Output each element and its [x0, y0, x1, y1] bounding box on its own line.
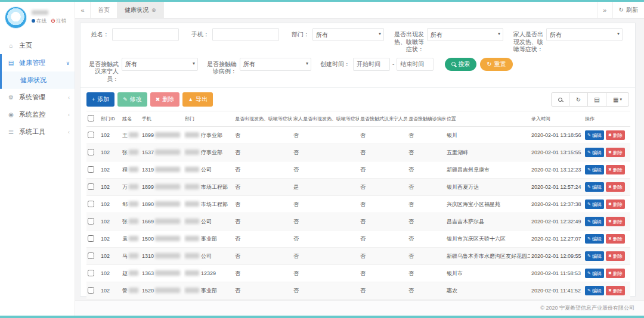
- cell-entry-time: 2020-02-01 11:41:52: [530, 282, 584, 300]
- tools-icon: ☰: [7, 129, 15, 135]
- cell-name: 邹: [121, 196, 141, 213]
- logout-link[interactable]: 注销: [51, 18, 66, 25]
- row-checkbox[interactable]: [88, 201, 94, 207]
- table-view-controls: ↻ ▤ ▦▾: [551, 92, 629, 107]
- redacted-text: [129, 132, 138, 138]
- cell-name: 马: [121, 248, 141, 265]
- select-all-checkbox[interactable]: [88, 115, 94, 121]
- table-toggle-view-button[interactable]: ▤: [588, 92, 606, 107]
- delete-row-button[interactable]: ✖删除: [606, 286, 625, 295]
- row-checkbox[interactable]: [88, 149, 94, 155]
- symptom-filter-select[interactable]: 所有: [427, 28, 503, 41]
- delete-row-button[interactable]: ✖删除: [606, 269, 625, 278]
- delete-button[interactable]: ✖删除: [150, 92, 180, 107]
- edit-row-button[interactable]: ✎编辑: [585, 251, 604, 261]
- modify-button[interactable]: ✎修改: [117, 92, 147, 107]
- sidebar-item-health-status[interactable]: 健康状况: [2, 71, 75, 89]
- tabs-scroll-left-button[interactable]: «: [75, 2, 91, 18]
- sidebar-item-system-tools[interactable]: ☰ 系统工具 ‹: [0, 123, 75, 141]
- edit-row-button[interactable]: ✎编辑: [585, 199, 604, 209]
- edit-icon: ✎: [587, 167, 591, 172]
- chevron-left-icon: ‹: [68, 129, 70, 135]
- delete-row-button[interactable]: ✖删除: [606, 148, 625, 157]
- redacted-text: [155, 184, 180, 189]
- cell-name: 张: [121, 144, 141, 161]
- edit-row-button[interactable]: ✎编辑: [585, 234, 604, 244]
- reset-button[interactable]: ↻ 重置: [480, 58, 512, 71]
- delete-row-button[interactable]: ✖删除: [606, 130, 625, 140]
- table-columns-button[interactable]: ▦▾: [606, 92, 629, 107]
- cross-icon: ✖: [608, 236, 612, 241]
- chevron-down-icon: ∨: [66, 60, 70, 66]
- wuhan-contact-filter-select[interactable]: 所有: [122, 58, 198, 71]
- sidebar-item-system-management[interactable]: ⚙ 系统管理 ‹: [0, 89, 75, 106]
- row-checkbox[interactable]: [88, 235, 94, 242]
- name-filter-input[interactable]: [112, 28, 179, 41]
- cell-department: 疗事业部: [184, 127, 234, 144]
- row-checkbox[interactable]: [88, 287, 94, 294]
- redacted-text: [129, 288, 138, 293]
- row-select-cell: [86, 196, 100, 213]
- delete-row-button[interactable]: ✖删除: [606, 251, 625, 261]
- cell-wuhan-contact: 否: [359, 161, 407, 179]
- delete-row-button[interactable]: ✖删除: [606, 217, 625, 226]
- add-button[interactable]: +添加: [86, 92, 114, 107]
- cell-symptom: 否: [234, 144, 292, 161]
- cell-symptom: 否: [234, 161, 292, 179]
- edit-row-button[interactable]: ✎编辑: [585, 148, 604, 157]
- edit-row-button[interactable]: ✎编辑: [585, 217, 604, 226]
- refresh-tab-button[interactable]: ↻ 刷新: [612, 2, 644, 18]
- cell-entry-time: 2020-02-01 11:58:53: [530, 265, 584, 282]
- row-checkbox[interactable]: [88, 252, 94, 259]
- row-checkbox[interactable]: [88, 218, 94, 225]
- delete-row-button[interactable]: ✖删除: [606, 199, 625, 209]
- start-time-input[interactable]: [353, 58, 390, 71]
- redacted-text: [129, 167, 138, 172]
- cell-family-symptom: 否: [292, 161, 359, 179]
- redacted-text: [185, 253, 199, 258]
- edit-row-button[interactable]: ✎编辑: [585, 269, 604, 278]
- edit-row-button[interactable]: ✎编辑: [585, 130, 604, 140]
- tab-health-status[interactable]: 健康状况 ⊗: [117, 2, 164, 18]
- edit-row-button[interactable]: ✎编辑: [585, 165, 604, 174]
- tabs-scroll-right-button[interactable]: »: [597, 2, 612, 18]
- sidebar-item-label: 系统工具: [19, 127, 45, 136]
- sidebar-item-health-management[interactable]: ▤ 健康管理 ∨: [2, 54, 75, 71]
- family-symptom-filter-select[interactable]: 所有: [546, 28, 623, 41]
- sidebar-item-home[interactable]: ⌂ 主页: [0, 37, 75, 54]
- delete-row-button[interactable]: ✖删除: [606, 234, 625, 244]
- row-checkbox[interactable]: [88, 166, 94, 173]
- edit-icon: ✎: [587, 150, 591, 155]
- cell-confirmed-contact: 否: [407, 230, 445, 248]
- cross-icon: ✖: [608, 150, 612, 155]
- edit-row-button[interactable]: ✎编辑: [585, 286, 604, 295]
- redacted-text: [129, 201, 138, 207]
- row-checkbox[interactable]: [88, 132, 94, 138]
- table-search-button[interactable]: [551, 92, 569, 107]
- row-checkbox[interactable]: [88, 183, 94, 190]
- delete-row-button[interactable]: ✖删除: [606, 165, 625, 174]
- end-time-input[interactable]: [397, 58, 434, 71]
- cell-confirmed-contact: 否: [407, 265, 445, 282]
- export-button[interactable]: ▲导出: [182, 92, 213, 107]
- row-select-cell: [86, 179, 100, 196]
- close-icon[interactable]: ⊗: [151, 7, 156, 13]
- cell-actions: ✎编辑✖删除: [584, 196, 630, 213]
- tab-home[interactable]: 首页: [91, 2, 117, 18]
- tab-bar: « 首页 健康状况 ⊗ » ↻ 刷新: [75, 2, 644, 18]
- delete-row-button[interactable]: ✖删除: [606, 182, 625, 192]
- phone-filter-input[interactable]: [212, 28, 279, 41]
- sidebar-item-system-monitor[interactable]: ◉ 系统监控 ‹: [0, 106, 75, 123]
- confirmed-contact-filter-select[interactable]: 所有: [240, 58, 311, 71]
- cell-family-symptom: 否: [292, 248, 359, 265]
- table-refresh-button[interactable]: ↻: [569, 92, 588, 107]
- cell-phone: 1500: [141, 230, 184, 248]
- edit-row-button[interactable]: ✎编辑: [585, 182, 604, 192]
- cell-dept-id: 102: [100, 196, 121, 213]
- column-header: 录入时间: [530, 111, 584, 127]
- row-checkbox[interactable]: [88, 270, 94, 276]
- search-button[interactable]: 搜索: [445, 58, 476, 71]
- confirmed-contact-filter-label: 是否接触确诊病例：: [206, 58, 237, 76]
- department-filter-select[interactable]: 所有: [312, 28, 384, 41]
- cell-wuhan-contact: 否: [359, 265, 407, 282]
